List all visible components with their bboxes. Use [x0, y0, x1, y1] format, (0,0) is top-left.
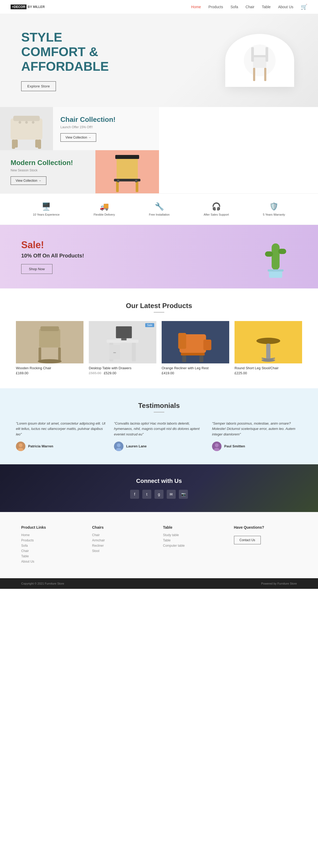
- contact-us-button[interactable]: Contact Us: [234, 536, 261, 544]
- delivery-icon: 🚚: [99, 202, 109, 211]
- chair-collection-title: Chair Collection!: [60, 116, 116, 124]
- social-instagram[interactable]: 📷: [179, 490, 188, 499]
- nav-table[interactable]: Table: [262, 5, 270, 9]
- testimonials-grid: "Lorem ipsum dolor sit amet, consectetur…: [16, 421, 302, 451]
- footer-link-chair[interactable]: Chair: [21, 549, 84, 553]
- footer-link-home[interactable]: Home: [21, 533, 84, 537]
- testimonial-author-2: Lauren Lane: [114, 441, 204, 451]
- footer-col-chairs: Chairs Chair Armchair Recliner Stool: [92, 525, 155, 565]
- shop-now-button[interactable]: Shop Now: [21, 264, 53, 274]
- svg-rect-27: [268, 269, 284, 272]
- warranty-label: 5 Years Warranty: [263, 213, 285, 216]
- hero-headline: STYLE COMFORT & AFFORDABLE: [21, 30, 109, 74]
- footer-copyright: Copyright © 2021 Furniture Store: [21, 582, 64, 585]
- footer-col-product-links: Product Links Home Products Sofa Chair T…: [21, 525, 84, 565]
- svg-point-13: [19, 121, 21, 124]
- testimonial-text-2: "Convallis lacinia optio! Hac morbi labo…: [114, 421, 204, 437]
- testimonials-divider: [154, 412, 164, 412]
- explore-store-button[interactable]: Explore Store: [21, 81, 56, 91]
- chair-collection-content: Chair Collection! Launch Offer 15% Off!!…: [53, 107, 123, 150]
- header: +DECOR BY MILLER Home Products Sofa Chai…: [0, 0, 318, 14]
- footer-link-about[interactable]: About Us: [21, 560, 84, 563]
- nav-about[interactable]: About Us: [278, 5, 293, 9]
- modern-collection-banner: Modern Collection! New Season Stock View…: [0, 150, 159, 193]
- footer-chairs-link-1[interactable]: Chair: [92, 533, 155, 537]
- footer-chairs-link-2[interactable]: Armchair: [92, 538, 155, 542]
- chair-collection-banner: Chair Collection! Launch Offer 15% Off!!…: [0, 107, 159, 150]
- footer-chairs-link-3[interactable]: Recliner: [92, 544, 155, 548]
- nav-home[interactable]: Home: [191, 5, 201, 9]
- nav-chair[interactable]: Chair: [245, 5, 254, 9]
- footer-table-link-1[interactable]: Study table: [163, 533, 226, 537]
- hero-chair-image: [225, 34, 294, 87]
- footer-chairs-link-4[interactable]: Stool: [92, 549, 155, 553]
- product-price-3: £419.00: [162, 371, 229, 375]
- footer-questions-heading: Have Questions?: [234, 525, 297, 529]
- navigation: Home Products Sofa Chair Table About Us …: [191, 4, 308, 10]
- svg-rect-45: [178, 333, 186, 349]
- author-avatar-1: [16, 441, 25, 451]
- products-title: Our Latest Products: [16, 302, 302, 310]
- svg-rect-3: [253, 68, 255, 81]
- connect-title: Connect with Us: [16, 477, 302, 485]
- svg-point-58: [215, 443, 219, 447]
- sale-banner: Sale! 10% Off On All Products! Shop Now: [0, 225, 318, 288]
- svg-rect-22: [135, 180, 137, 182]
- svg-rect-21: [117, 180, 119, 182]
- cart-icon[interactable]: 🛒: [301, 4, 308, 10]
- social-email[interactable]: ✉: [167, 490, 176, 499]
- testimonial-text-3: "Semper laboris possimus, molestiae, ani…: [212, 421, 302, 437]
- svg-rect-41: [204, 340, 211, 350]
- feature-experience: 🖥️ 10 Years Experience: [33, 202, 60, 216]
- footer-link-sofa[interactable]: Sofa: [21, 544, 84, 548]
- author-name-2: Lauren Lane: [126, 444, 147, 448]
- product-card-4: Round Short Leg Stool/Chair £225.00: [234, 321, 302, 375]
- svg-rect-1: [252, 55, 268, 57]
- installation-label: Free Installation: [149, 213, 170, 216]
- footer-grid: Product Links Home Products Sofa Chair T…: [21, 525, 297, 565]
- modern-collection-cta[interactable]: View Collection →: [10, 177, 47, 185]
- social-twitter[interactable]: t: [142, 490, 151, 499]
- chair-collection-subtitle: Launch Offer 15% Off!!: [60, 125, 116, 129]
- social-google[interactable]: g: [154, 490, 164, 499]
- product-price-4: £225.00: [234, 371, 302, 375]
- logo: +DECOR BY MILLER: [10, 4, 45, 9]
- product-badge-2: Sale: [145, 323, 154, 327]
- svg-rect-17: [115, 155, 139, 159]
- product-name-3: Orange Recliner with Leg Rest: [162, 366, 229, 370]
- product-image-3[interactable]: [162, 321, 229, 364]
- chair-collection-cta[interactable]: View Collection →: [60, 133, 96, 142]
- footer-table-link-2[interactable]: Table: [163, 538, 226, 542]
- footer-link-products[interactable]: Products: [21, 538, 84, 542]
- testimonials-title: Testimonials: [16, 402, 302, 410]
- svg-point-32: [38, 359, 62, 364]
- nav-products[interactable]: Products: [208, 5, 223, 9]
- testimonial-text-1: "Lorem ipsum dolor sit amet, consectetur…: [16, 421, 106, 437]
- product-name-4: Round Short Leg Stool/Chair: [234, 366, 302, 370]
- author-avatar-3: [212, 441, 222, 451]
- warranty-icon: 🛡️: [269, 202, 279, 211]
- footer-product-links-heading: Product Links: [21, 525, 84, 529]
- footer-col-questions: Have Questions? Contact Us: [234, 525, 297, 565]
- footer-link-table[interactable]: Table: [21, 554, 84, 558]
- product-image-4[interactable]: [234, 321, 302, 364]
- svg-rect-43: [182, 355, 186, 362]
- nav-sofa[interactable]: Sofa: [231, 5, 238, 9]
- experience-icon: 🖥️: [41, 202, 51, 211]
- testimonial-2: "Convallis lacinia optio! Hac morbi labo…: [114, 421, 204, 451]
- svg-rect-16: [117, 156, 138, 180]
- testimonial-1: "Lorem ipsum dolor sit amet, consectetur…: [16, 421, 106, 451]
- product-image-1[interactable]: [16, 321, 84, 364]
- product-price-1: £169.00: [16, 371, 84, 375]
- product-card-2: Sale Desktop Table with Drawers £565.00: [89, 321, 156, 375]
- svg-point-55: [117, 443, 121, 447]
- product-name-2: Desktop Table with Drawers: [89, 366, 156, 370]
- delivery-label: Flexible Delivery: [93, 213, 115, 216]
- product-image-2[interactable]: Sale: [89, 321, 156, 364]
- svg-rect-42: [181, 353, 205, 355]
- social-facebook[interactable]: f: [130, 490, 139, 499]
- modern-collection-content: Modern Collection! New Season Stock View…: [0, 150, 95, 193]
- footer-table-link-3[interactable]: Computer table: [163, 544, 226, 548]
- svg-point-46: [257, 338, 280, 344]
- sale-plant-image: [254, 236, 297, 278]
